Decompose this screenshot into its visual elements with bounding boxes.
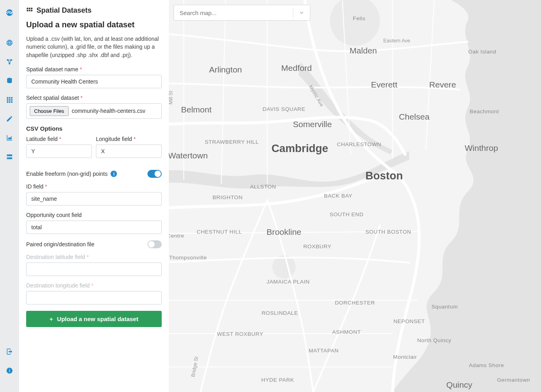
map-label: WEST ROXBURY bbox=[217, 331, 263, 337]
svg-rect-13 bbox=[11, 101, 13, 103]
map-label: Cambridge bbox=[271, 142, 328, 154]
longitude-input[interactable] bbox=[96, 145, 162, 158]
map-label: Montclair bbox=[393, 354, 417, 360]
svg-rect-5 bbox=[7, 97, 8, 99]
map-label: Brookline bbox=[267, 227, 302, 236]
longitude-label: Longitude field * bbox=[96, 136, 162, 142]
map-label: ASHMONT bbox=[332, 329, 361, 335]
network-icon[interactable] bbox=[0, 52, 19, 71]
map-label: SOUTH END bbox=[330, 211, 363, 217]
database-icon[interactable] bbox=[0, 71, 19, 90]
latitude-label: Latitude field * bbox=[26, 136, 92, 142]
dest-lon-label: Destination longitude field * bbox=[26, 282, 162, 289]
dataset-name-input[interactable] bbox=[26, 75, 162, 88]
map-label: DAVIS SQUARE bbox=[262, 106, 305, 112]
svg-rect-22 bbox=[29, 8, 31, 9]
freeform-toggle[interactable] bbox=[147, 170, 162, 178]
latitude-input[interactable] bbox=[26, 145, 92, 158]
map-label: Everett bbox=[371, 80, 398, 89]
map-label: HYDE PARK bbox=[261, 377, 294, 383]
dest-lat-input bbox=[26, 263, 162, 276]
map-label: Centre bbox=[169, 233, 184, 239]
map-label: Fells bbox=[353, 15, 365, 21]
svg-rect-10 bbox=[11, 99, 13, 101]
svg-rect-7 bbox=[11, 97, 13, 99]
map-label: Somerville bbox=[293, 120, 332, 129]
upload-button-label: Upload a new spatial dataset bbox=[57, 316, 138, 322]
grid-small-icon bbox=[26, 7, 33, 14]
paired-toggle[interactable] bbox=[147, 240, 162, 248]
choose-files-button[interactable]: Choose Files bbox=[30, 106, 69, 116]
map-label: Chelsea bbox=[399, 112, 430, 121]
map-label: BRIGHTON bbox=[212, 194, 243, 200]
nav-rail bbox=[0, 0, 19, 392]
svg-point-17 bbox=[8, 158, 9, 159]
map-label: Oak Island bbox=[468, 49, 496, 55]
svg-rect-6 bbox=[9, 97, 11, 99]
select-dataset-label: Select spatial dataset * bbox=[26, 95, 162, 101]
svg-rect-14 bbox=[7, 154, 12, 156]
info-icon[interactable] bbox=[0, 361, 19, 380]
section-title: Spatial Datasets bbox=[26, 6, 162, 15]
logo-icon[interactable] bbox=[0, 3, 19, 22]
file-picker: Choose Files community-health-centers.cs… bbox=[26, 103, 162, 119]
map-label: North Quincy bbox=[417, 337, 451, 343]
map-label: JAMAICA PLAIN bbox=[267, 279, 310, 285]
svg-rect-26 bbox=[31, 10, 32, 11]
chart-icon[interactable] bbox=[0, 128, 19, 147]
svg-rect-8 bbox=[7, 99, 8, 101]
sub-title: Upload a new spatial dataset bbox=[26, 20, 162, 29]
id-field-label: ID field * bbox=[26, 183, 162, 190]
map-label: ALLSTON bbox=[250, 184, 276, 190]
map-label: Quincy bbox=[446, 380, 472, 389]
svg-rect-15 bbox=[7, 158, 12, 160]
map-label: SOUTH BOSTON bbox=[365, 229, 411, 235]
opportunity-label: Opportunity count field bbox=[26, 212, 162, 218]
map-area[interactable]: BostonCambridgeSomervilleBrooklineMedfor… bbox=[169, 0, 541, 392]
opportunity-input[interactable] bbox=[26, 221, 162, 234]
dataset-name-label: Spatial dataset name * bbox=[26, 66, 162, 72]
map-label: Thompsonville bbox=[169, 255, 207, 261]
svg-rect-25 bbox=[29, 10, 31, 11]
map-label: Germantown bbox=[497, 377, 530, 383]
map-canvas[interactable]: BostonCambridgeSomervilleBrooklineMedfor… bbox=[169, 0, 541, 392]
chevron-down-icon bbox=[298, 10, 305, 16]
svg-rect-12 bbox=[9, 101, 11, 103]
map-label: ROSLINDALE bbox=[262, 310, 298, 316]
svg-rect-20 bbox=[9, 369, 10, 370]
svg-rect-19 bbox=[9, 370, 10, 372]
map-label: Boston bbox=[365, 169, 403, 182]
server-icon[interactable] bbox=[0, 147, 19, 166]
id-field-input[interactable] bbox=[26, 192, 162, 206]
svg-point-16 bbox=[8, 155, 9, 156]
svg-rect-9 bbox=[9, 99, 11, 101]
paired-label: Paired origin/destination file bbox=[26, 241, 94, 247]
edit-icon[interactable] bbox=[0, 109, 19, 128]
search-dropdown-button[interactable] bbox=[293, 10, 310, 16]
map-label: CHARLESTOWN bbox=[337, 141, 381, 147]
svg-rect-23 bbox=[31, 8, 32, 9]
map-label: ROXBURY bbox=[303, 244, 331, 249]
logout-icon[interactable] bbox=[0, 342, 19, 361]
plus-icon: + bbox=[50, 316, 53, 322]
svg-rect-24 bbox=[27, 10, 29, 11]
map-search-input[interactable] bbox=[174, 10, 293, 16]
map-label: Squantum bbox=[432, 304, 458, 310]
svg-rect-21 bbox=[27, 8, 29, 9]
map-label: Eastern Ave bbox=[383, 38, 410, 44]
map-label: Mill St bbox=[169, 91, 174, 105]
csv-options-heading: CSV Options bbox=[26, 125, 162, 132]
grid-icon[interactable] bbox=[0, 90, 19, 109]
globe-icon[interactable] bbox=[0, 33, 19, 52]
map-label: Winthrop bbox=[465, 143, 498, 152]
map-label: MATTAPAN bbox=[309, 348, 339, 354]
info-badge-icon[interactable]: i bbox=[111, 171, 117, 177]
map-label: BACK BAY bbox=[324, 193, 353, 199]
map-label: Malden bbox=[350, 46, 377, 55]
upload-button[interactable]: + Upload a new spatial dataset bbox=[26, 311, 162, 327]
svg-point-3 bbox=[9, 63, 11, 65]
map-label: Arlington bbox=[209, 65, 242, 74]
map-label: Revere bbox=[429, 80, 456, 89]
map-label: Adams Shore bbox=[469, 362, 504, 368]
dest-lat-label: Destination latitude field * bbox=[26, 254, 162, 260]
